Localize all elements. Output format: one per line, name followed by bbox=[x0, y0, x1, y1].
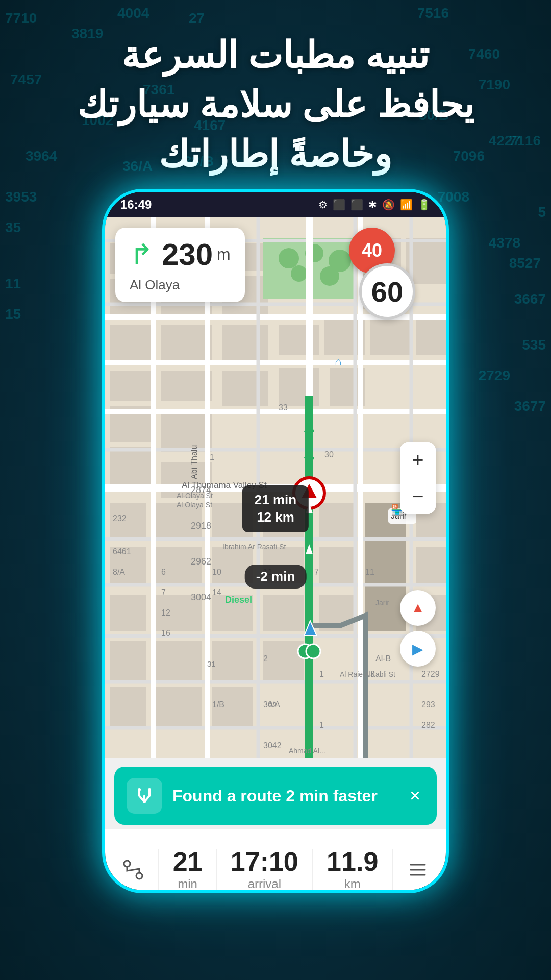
svg-rect-56 bbox=[319, 547, 355, 585]
svg-rect-49 bbox=[416, 547, 446, 585]
svg-rect-28 bbox=[416, 320, 446, 355]
status-time: 16:49 bbox=[120, 198, 152, 212]
notification-text: Found a route 2 min faster bbox=[172, 787, 395, 805]
headline-section: تنبيه مطبات السرعة يحافظ على سلامة سيارت… bbox=[0, 31, 551, 180]
turn-arrow-icon: ↱ bbox=[130, 240, 154, 269]
turn-instruction-card: ↱ 230 m Al Olaya bbox=[115, 228, 245, 302]
zoom-in-button[interactable]: + bbox=[400, 442, 436, 478]
svg-text:2918: 2918 bbox=[191, 521, 211, 531]
svg-text:2: 2 bbox=[263, 654, 268, 663]
svg-rect-45 bbox=[212, 641, 253, 682]
svg-point-20 bbox=[320, 266, 339, 286]
svg-point-133 bbox=[148, 788, 151, 791]
svg-rect-36 bbox=[110, 687, 146, 728]
svg-point-135 bbox=[124, 861, 130, 867]
headline-line2: يحافظ على سلامة سيارتك bbox=[0, 80, 551, 130]
svg-rect-41 bbox=[156, 687, 202, 728]
svg-point-131 bbox=[306, 644, 320, 658]
camera-icon: ⬛ bbox=[333, 199, 345, 211]
svg-point-19 bbox=[291, 265, 307, 282]
status-bar: 16:49 ⚙ ⬛ ⬛ ✱ 🔕 📶 🔋 bbox=[105, 192, 446, 217]
notification-close-button[interactable]: × bbox=[406, 781, 424, 811]
distance-label: km bbox=[344, 877, 361, 891]
svg-text:1: 1 bbox=[210, 453, 214, 461]
svg-text:16: 16 bbox=[161, 629, 170, 638]
svg-text:1: 1 bbox=[319, 670, 324, 678]
phone-frame: 16:49 ⚙ ⬛ ⬛ ✱ 🔕 📶 🔋 bbox=[102, 189, 449, 893]
wifi-icon: 📶 bbox=[400, 199, 413, 211]
eta-label: min bbox=[178, 877, 197, 891]
headline-line3: وخاصةً إطاراتك bbox=[0, 130, 551, 179]
svg-text:2962: 2962 bbox=[191, 556, 211, 567]
notification-banner: Found a route 2 min faster × bbox=[114, 767, 437, 825]
svg-text:1/B: 1/B bbox=[212, 700, 224, 709]
svg-rect-29 bbox=[222, 371, 268, 406]
svg-text:10: 10 bbox=[212, 568, 221, 576]
distance-item: 11.9 km bbox=[327, 848, 378, 891]
svg-rect-53 bbox=[263, 595, 304, 631]
arrival-value: 17:10 bbox=[231, 848, 298, 875]
menu-item[interactable] bbox=[407, 859, 429, 881]
svg-point-136 bbox=[136, 873, 142, 879]
svg-text:3: 3 bbox=[370, 670, 375, 678]
settings-icon: ⚙ bbox=[318, 199, 328, 211]
svg-text:Al-B: Al-B bbox=[375, 654, 391, 663]
svg-point-16 bbox=[279, 248, 299, 268]
svg-text:33: 33 bbox=[279, 403, 288, 412]
notification-area: Found a route 2 min faster × bbox=[105, 758, 446, 829]
compass-north-button[interactable]: ▲ bbox=[400, 590, 436, 626]
zoom-out-button[interactable]: − bbox=[400, 478, 436, 514]
route-fork-icon bbox=[134, 786, 155, 806]
svg-text:11: 11 bbox=[365, 568, 374, 576]
route-icon-item[interactable] bbox=[122, 859, 144, 881]
speed-limit-red-value: 40 bbox=[362, 240, 382, 261]
svg-rect-34 bbox=[110, 595, 146, 631]
map-area[interactable]: Abi Thalu Al Thumama Valley St Al-Olaya … bbox=[105, 217, 446, 758]
svg-text:2874: 2874 bbox=[191, 485, 211, 495]
south-arrow-icon: ▶ bbox=[412, 641, 423, 657]
svg-point-132 bbox=[138, 788, 141, 791]
hamburger-menu-icon bbox=[407, 859, 429, 881]
svg-text:Al Raie AlKabli St: Al Raie AlKabli St bbox=[340, 670, 395, 678]
turn-unit: m bbox=[217, 245, 231, 264]
zoom-controls[interactable]: + − bbox=[400, 442, 436, 514]
svg-rect-25 bbox=[279, 325, 319, 355]
speed-limit-white-value: 60 bbox=[371, 275, 403, 308]
eta-item: 21 min bbox=[173, 848, 203, 891]
divider-1 bbox=[158, 849, 159, 890]
svg-text:3042: 3042 bbox=[263, 741, 282, 750]
bluetooth-icon: ✱ bbox=[368, 199, 377, 211]
svg-text:282: 282 bbox=[421, 721, 435, 729]
svg-text:8/A: 8/A bbox=[113, 568, 125, 576]
arrival-item: 17:10 arrival bbox=[231, 848, 298, 891]
svg-text:Ibrahim Ar Rasafi St: Ibrahim Ar Rasafi St bbox=[222, 543, 286, 551]
turn-direction-row: ↱ 230 m bbox=[130, 237, 231, 272]
trip-info-bubble: 21 min 12 km bbox=[242, 485, 309, 532]
svg-text:Diesel: Diesel bbox=[225, 595, 252, 605]
svg-rect-6 bbox=[110, 447, 151, 488]
divider-3 bbox=[312, 849, 313, 890]
north-arrow-icon: ▲ bbox=[411, 600, 425, 616]
volume-icon: ⬛ bbox=[350, 199, 363, 211]
navigation-compass[interactable]: ▲ ▶ bbox=[400, 590, 436, 667]
bottom-navigation-bar: 21 min 17:10 arrival 11.9 km bbox=[105, 829, 446, 893]
speed-limit-white-badge: 60 bbox=[359, 263, 415, 320]
svg-text:2729: 2729 bbox=[421, 670, 440, 678]
svg-text:Ahmad Al...: Ahmad Al... bbox=[289, 747, 325, 755]
svg-text:7: 7 bbox=[161, 588, 166, 597]
svg-text:12: 12 bbox=[161, 608, 170, 617]
headline-line1: تنبيه مطبات السرعة bbox=[0, 31, 551, 80]
svg-point-134 bbox=[143, 800, 146, 803]
mute-icon: 🔕 bbox=[382, 199, 395, 211]
svg-text:31: 31 bbox=[207, 659, 216, 668]
svg-text:3004: 3004 bbox=[191, 592, 211, 602]
svg-text:293: 293 bbox=[421, 700, 435, 709]
route-time-badge: -2 min bbox=[245, 565, 307, 589]
svg-text:7: 7 bbox=[314, 568, 319, 576]
svg-text:14: 14 bbox=[212, 588, 221, 597]
svg-text:6461: 6461 bbox=[113, 547, 131, 556]
divider-4 bbox=[392, 849, 393, 890]
compass-south-button[interactable]: ▶ bbox=[400, 631, 436, 667]
svg-rect-4 bbox=[110, 371, 151, 401]
notification-icon-wrapper bbox=[127, 778, 162, 814]
